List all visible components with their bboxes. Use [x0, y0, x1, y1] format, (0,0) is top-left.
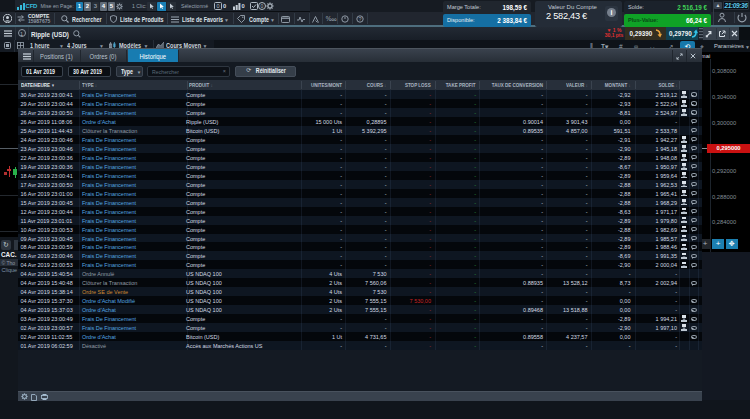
svg-text:?: ? [358, 16, 361, 22]
svg-text:0: 0 [260, 3, 263, 9]
svg-text:0: 0 [216, 3, 219, 9]
